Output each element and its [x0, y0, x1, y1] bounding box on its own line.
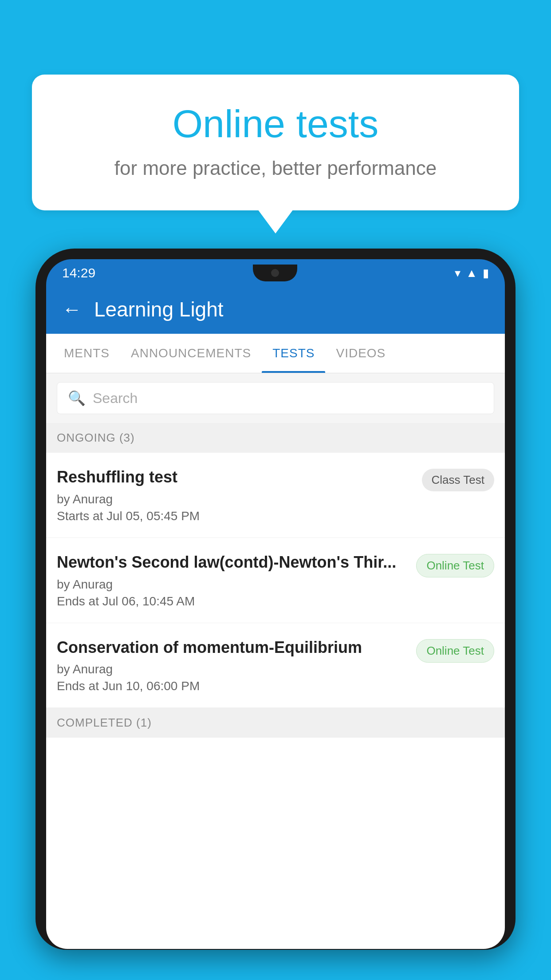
- signal-icon: ▲: [466, 266, 477, 280]
- battery-icon: ▮: [483, 266, 489, 280]
- search-box[interactable]: 🔍 Search: [57, 382, 494, 414]
- test-badge-online: Online Test: [416, 639, 494, 663]
- status-icons: ▾ ▲ ▮: [455, 266, 489, 280]
- tab-announcements[interactable]: ANNOUNCEMENTS: [120, 334, 262, 373]
- test-date: Ends at Jul 06, 10:45 AM: [57, 594, 409, 609]
- test-item-info: Conservation of momentum-Equilibrium by …: [57, 637, 409, 694]
- test-item[interactable]: Reshuffling test by Anurag Starts at Jul…: [46, 453, 505, 538]
- bubble-title: Online tests: [67, 101, 484, 146]
- test-title: Reshuffling test: [57, 467, 415, 488]
- phone-screen: ← Learning Light MENTS ANNOUNCEMENTS TES…: [46, 285, 505, 949]
- phone-outer: 14:29 ▾ ▲ ▮ ← Learning Light MENTS: [35, 249, 516, 950]
- bubble-subtitle: for more practice, better performance: [67, 157, 484, 179]
- test-item[interactable]: Conservation of momentum-Equilibrium by …: [46, 623, 505, 708]
- camera-notch: [253, 265, 297, 281]
- test-date: Ends at Jun 10, 06:00 PM: [57, 679, 409, 693]
- tab-videos[interactable]: VIDEOS: [325, 334, 396, 373]
- search-placeholder-text: Search: [93, 390, 138, 407]
- ongoing-section-header: ONGOING (3): [46, 423, 505, 453]
- completed-label: COMPLETED (1): [57, 716, 152, 729]
- promo-bubble: Online tests for more practice, better p…: [32, 75, 519, 210]
- app-header: ← Learning Light: [46, 285, 505, 334]
- time-display: 14:29: [62, 265, 95, 281]
- test-badge-class: Class Test: [422, 469, 494, 491]
- tab-tests[interactable]: TESTS: [262, 334, 325, 373]
- back-button[interactable]: ←: [62, 298, 82, 320]
- test-author: by Anurag: [57, 492, 415, 506]
- test-title: Newton's Second law(contd)-Newton's Thir…: [57, 552, 409, 573]
- completed-section-header: COMPLETED (1): [46, 708, 505, 738]
- tab-ments[interactable]: MENTS: [53, 334, 120, 373]
- test-author: by Anurag: [57, 577, 409, 592]
- search-icon: 🔍: [68, 390, 86, 407]
- test-date: Starts at Jul 05, 05:45 PM: [57, 509, 415, 523]
- test-author: by Anurag: [57, 662, 409, 676]
- test-item-info: Reshuffling test by Anurag Starts at Jul…: [57, 467, 415, 523]
- test-item-info: Newton's Second law(contd)-Newton's Thir…: [57, 552, 409, 609]
- test-item[interactable]: Newton's Second law(contd)-Newton's Thir…: [46, 538, 505, 623]
- ongoing-label: ONGOING (3): [57, 431, 135, 444]
- wifi-icon: ▾: [455, 266, 460, 280]
- test-title: Conservation of momentum-Equilibrium: [57, 637, 409, 658]
- search-container: 🔍 Search: [46, 373, 505, 423]
- app-title: Learning Light: [94, 297, 224, 321]
- phone-mockup: 14:29 ▾ ▲ ▮ ← Learning Light MENTS: [35, 249, 516, 980]
- tabs-bar: MENTS ANNOUNCEMENTS TESTS VIDEOS: [46, 334, 505, 373]
- test-badge-online: Online Test: [416, 554, 494, 577]
- status-bar: 14:29 ▾ ▲ ▮: [46, 259, 505, 285]
- camera-dot: [271, 269, 279, 277]
